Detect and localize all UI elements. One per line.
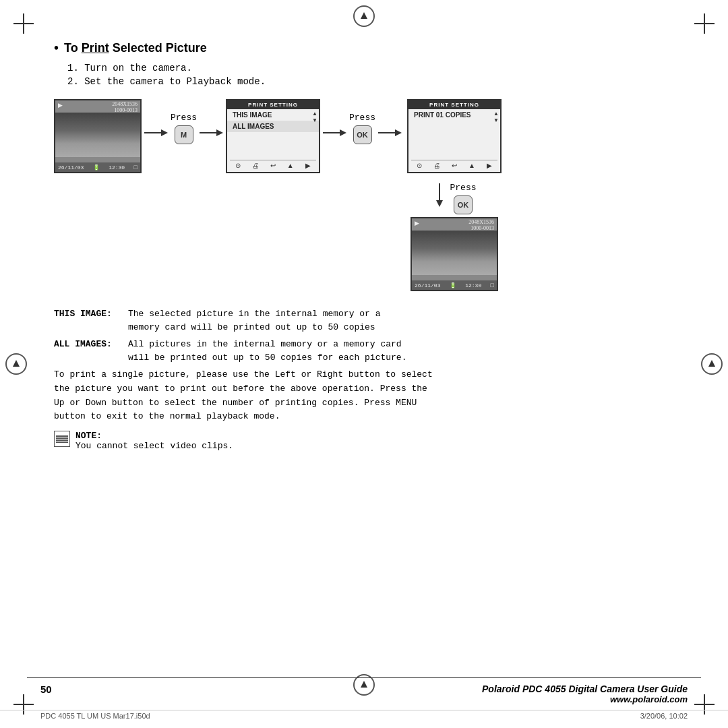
bullet-point: •: [54, 40, 59, 56]
down-arrow-group: [433, 183, 446, 207]
menu1-icon-back: ↩: [270, 162, 276, 169]
menu1-item-2: ALL IMAGES: [227, 121, 319, 132]
cam1-bottom-bar: 26/11/03 🔋 12:30 □: [55, 162, 140, 172]
compass-left: [5, 353, 27, 375]
scroll-up-icon: ▲: [312, 111, 317, 117]
cam2-battery-icon: 🔋: [450, 282, 456, 289]
note-line-4: [56, 442, 68, 443]
right-column: PRINT SETTING PRINT 01 COPIES ▲ ▼ ⊙ 🖨 ↩ …: [407, 99, 502, 291]
menu-screen-2: PRINT SETTING PRINT 01 COPIES ▲ ▼ ⊙ 🖨 ↩ …: [407, 99, 502, 173]
cam1-play-icon: ▶: [58, 102, 63, 114]
arrow-3-svg: [323, 126, 346, 140]
desc-this-image-term: THIS IMAGE:: [54, 307, 128, 334]
footer-file: PDC 4055 TL UM US Mar17.i50d: [40, 712, 150, 720]
note-line-3: [56, 439, 68, 441]
menu2-scroll: ▲ ▼: [493, 111, 499, 123]
menu1-scroll: ▲ ▼: [312, 111, 317, 123]
svg-marker-7: [395, 129, 402, 136]
descriptions: THIS IMAGE: The selected picture in the …: [54, 307, 674, 364]
arrow-2: [197, 126, 226, 140]
scroll-down-icon: ▼: [312, 118, 317, 123]
compass-top-icon: [353, 5, 375, 27]
cam2-image: [412, 231, 497, 275]
compass-right: [701, 353, 723, 375]
menu2-icon-lock: ⊙: [417, 162, 422, 169]
menu1-icon-lock: ⊙: [235, 162, 241, 169]
crosshair-top-left: [13, 13, 34, 34]
desc-this-image-text: The selected picture in the internal mem…: [128, 307, 674, 334]
press-m-area: Press M: [171, 113, 197, 144]
cam1-time: 12:30: [109, 164, 125, 171]
cam1-resolution: 2048X1536 1000-0013: [112, 102, 138, 114]
compass-right-icon: [701, 353, 723, 375]
note-icon: [54, 431, 70, 447]
cam1-date: 26/11/03: [58, 164, 84, 171]
footer-brand-url: www.polaroid.com: [482, 694, 688, 704]
down-press-area: Press OK: [433, 176, 477, 214]
step-2-number: 2.: [67, 76, 79, 87]
arrow-4-svg: [378, 126, 402, 140]
step-2-text: Set the camera to Playback mode.: [84, 76, 266, 87]
menu2-icon-print: 🖨: [433, 162, 440, 169]
scroll2-down-icon: ▼: [493, 118, 499, 123]
menu1-icon-right: ▶: [305, 162, 311, 169]
menu-screen-1: PRINT SETTING THIS IMAGE ALL IMAGES ▲ ▼ …: [226, 99, 320, 173]
svg-marker-9: [436, 200, 443, 207]
menu2-title: PRINT SETTING: [408, 100, 500, 109]
note-box: NOTE: You cannot select video clips.: [54, 431, 674, 451]
menu2-bottom-icons: ⊙ 🖨 ↩ ▲ ▶: [411, 160, 497, 169]
title-suffix: Selected Picture: [109, 41, 207, 55]
press-ok2-button: OK: [454, 195, 473, 214]
step-1-text: Turn on the camera.: [84, 63, 192, 73]
note-title: NOTE:: [75, 431, 102, 441]
section-title: • To Print Selected Picture: [54, 40, 674, 56]
note-text: You cannot select video clips.: [75, 441, 233, 451]
note-content: NOTE: You cannot select video clips.: [75, 431, 233, 451]
step-1: 1. Turn on the camera.: [67, 63, 674, 73]
cam2-play-icon: ▶: [415, 220, 419, 232]
menu2-icon-right: ▶: [487, 162, 492, 169]
svg-marker-5: [340, 129, 346, 136]
menu2-copies: PRINT 01 COPIES: [408, 109, 500, 121]
title-underline: Print: [82, 41, 109, 55]
arrow-2-svg: [200, 126, 223, 140]
note-line-2: [56, 437, 68, 439]
down-arrow-svg: [433, 183, 446, 207]
crosshair-top-right: [694, 13, 715, 34]
cam2-card-icon: □: [491, 282, 494, 289]
menu1-bottom-icons: ⊙ 🖨 ↩ ▲ ▶: [230, 160, 316, 169]
press-ok1-area: Press OK: [349, 113, 375, 144]
menu1-title: PRINT SETTING: [227, 100, 319, 109]
menu1-icon-up: ▲: [287, 162, 294, 169]
cam1-image: [55, 113, 140, 157]
footer: 50 Polaroid PDC 4055 Digital Camera User…: [0, 677, 728, 728]
title-text: To Print Selected Picture: [64, 41, 207, 55]
camera-screen-2: ▶ 2048X1536 1000-0013 26/11/03 🔋 12:30 □: [411, 217, 498, 291]
page: • To Print Selected Picture 1. Turn on t…: [0, 0, 728, 728]
scroll2-up-icon: ▲: [493, 111, 499, 117]
menu1-item-1: THIS IMAGE: [227, 109, 319, 121]
menu1-icon-print: 🖨: [252, 162, 259, 169]
cam1-battery-icon: 🔋: [93, 164, 100, 171]
compass-top: [353, 5, 375, 27]
desc-all-images: ALL IMAGES: All pictures in the internal…: [54, 338, 674, 364]
arrow-4: [375, 126, 404, 140]
press-ok2-area: Press OK: [450, 183, 477, 214]
press-ok2-label: Press: [450, 183, 477, 193]
svg-marker-3: [216, 129, 223, 136]
arrow-1: [142, 126, 171, 140]
arrow-1-svg: [144, 126, 168, 140]
camera-screen-1: ▶ 2048X1536 1000-0013 26/11/03 🔋 12:30 □: [54, 99, 142, 173]
footer-brand-title: Polaroid PDC 4055 Digital Camera User Gu…: [482, 684, 688, 694]
main-content: • To Print Selected Picture 1. Turn on t…: [54, 40, 674, 674]
cam1-card-icon: □: [134, 164, 138, 171]
cam2-resolution: 2048X1536 1000-0013: [468, 220, 494, 232]
cam2-date: 26/11/03: [415, 282, 440, 289]
press-ok1-button: OK: [353, 125, 372, 144]
note-line-1: [56, 435, 68, 437]
press-ok1-label: Press: [349, 113, 375, 123]
title-prefix: To: [64, 41, 82, 55]
diagrams-row: ▶ 2048X1536 1000-0013 26/11/03 🔋 12:30 □: [54, 99, 674, 291]
desc-this-image: THIS IMAGE: The selected picture in the …: [54, 307, 674, 334]
menu2-icon-back: ↩: [452, 162, 457, 169]
